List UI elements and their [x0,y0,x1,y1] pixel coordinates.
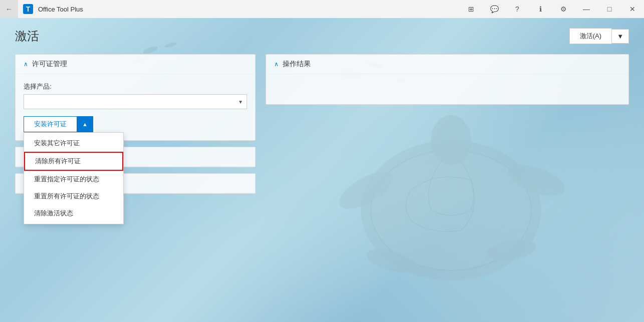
page-title: 激活 [15,28,39,44]
svg-text:T: T [26,5,31,13]
license-card-header[interactable]: ∧ 许可证管理 [16,55,255,74]
install-license-button[interactable]: 安装许可证 [24,116,77,132]
left-column: ∧ 许可证管理 选择产品: ▼ 安装许可证 ▲ [15,54,256,200]
activate-dropdown-button[interactable]: ▼ [611,29,629,44]
main-columns: ∧ 许可证管理 选择产品: ▼ 安装许可证 ▲ [15,54,629,200]
activate-button-group: 激活(A) ▼ [569,28,629,44]
minimize-button[interactable]: — [575,0,598,18]
product-select[interactable] [24,94,247,109]
right-column: ∧ 操作结果 [266,54,629,200]
help-button[interactable]: ? [506,0,529,18]
back-button[interactable]: ← [0,0,18,18]
result-card-body [266,74,628,104]
result-card: ∧ 操作结果 [266,54,629,105]
install-dropdown-menu: 安装其它许可证 清除所有许可证 重置指定许可证的状态 重置所有许可证的状态 清除… [24,132,124,224]
dropdown-item-1[interactable]: 清除所有许可证 [24,152,123,171]
dropdown-item-3[interactable]: 重置所有许可证的状态 [24,188,123,205]
dropdown-item-2[interactable]: 重置指定许可证的状态 [24,171,123,188]
install-license-dropdown-button[interactable]: ▲ [77,116,93,132]
dropdown-item-0[interactable]: 安装其它许可证 [24,135,123,152]
select-product-label: 选择产品: [24,82,247,91]
result-card-title: 操作结果 [283,60,311,69]
app-title: Office Tool Plus [38,6,460,13]
app-logo: T [20,1,36,17]
page-header: 激活 激活(A) ▼ [15,28,629,44]
product-select-wrapper: ▼ [24,94,247,109]
license-card: ∧ 许可证管理 选择产品: ▼ 安装许可证 ▲ [15,54,256,141]
settings-button[interactable]: ⚙ [552,0,575,18]
license-collapse-icon: ∧ [24,61,28,68]
activate-main-button[interactable]: 激活(A) [569,28,611,44]
extension-button[interactable]: ⊞ [460,0,483,18]
titlebar-controls: ⊞ 💬 ? ℹ ⚙ — □ ✕ [460,0,644,18]
info-button[interactable]: ℹ [529,0,552,18]
chat-button[interactable]: 💬 [483,0,506,18]
content-area: 激活 激活(A) ▼ ∧ 许可证管理 选择产品: [0,18,644,322]
logo-icon: T [22,3,34,15]
maximize-button[interactable]: □ [598,0,621,18]
result-collapse-icon: ∧ [274,61,279,68]
license-card-title: 许可证管理 [32,60,67,69]
result-card-header[interactable]: ∧ 操作结果 [266,55,628,74]
titlebar: ← T Office Tool Plus ⊞ 💬 ? ℹ ⚙ — □ ✕ [0,0,644,18]
install-button-row: 安装许可证 ▲ 安装其它许可证 清除所有许可证 重置指定许可证的状态 重置所有许… [24,116,247,132]
license-card-body: 选择产品: ▼ 安装许可证 ▲ 安装其它许可证 清除所有许可证 [16,74,255,140]
dropdown-item-4[interactable]: 清除激活状态 [24,205,123,222]
close-button[interactable]: ✕ [621,0,644,18]
